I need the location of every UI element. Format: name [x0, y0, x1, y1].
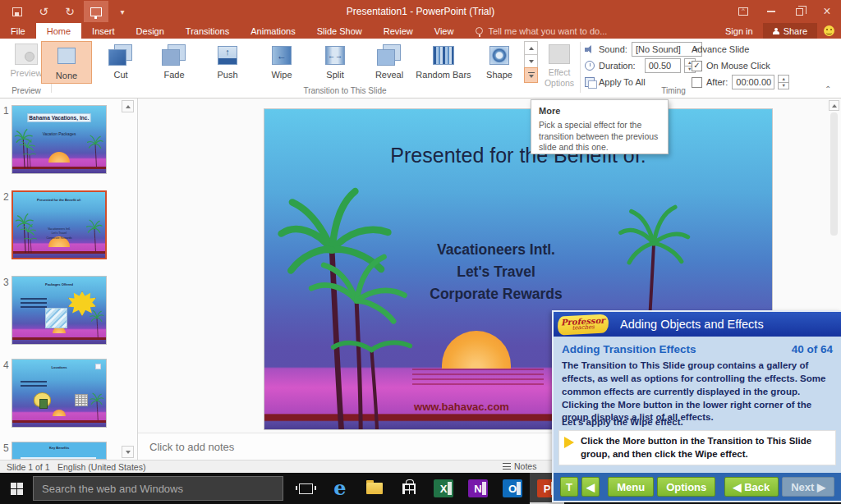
edge-button[interactable]: e — [323, 473, 357, 504]
sound-label: Sound: — [599, 44, 627, 54]
restore-button[interactable] — [785, 0, 813, 23]
start-button[interactable] — [0, 473, 33, 504]
notes-lines-icon — [503, 463, 511, 470]
more-triangle-icon — [529, 75, 534, 78]
after-time-input[interactable]: 00:00.00 — [732, 75, 774, 89]
next-button[interactable]: Next ▶ — [782, 477, 834, 497]
scroll-up-button[interactable] — [829, 100, 839, 111]
collapse-ribbon-button[interactable]: ⌃ — [825, 85, 831, 94]
sound-row: Sound: [No Sound]▾ — [585, 42, 702, 57]
store-bag-icon — [402, 483, 416, 494]
tutorial-lead-line: Let's apply the Wipe effect. — [562, 417, 683, 427]
scroll-down-button[interactable] — [122, 446, 134, 458]
thumbnail-slide-2[interactable]: Presented for the Benefit of: Vacationee… — [11, 190, 107, 259]
preview-icon — [15, 44, 38, 65]
tab-home[interactable]: Home — [36, 23, 81, 39]
tab-animations[interactable]: Animations — [240, 23, 306, 39]
effect-options-button[interactable]: Effect Options — [540, 42, 578, 93]
tab-insert[interactable]: Insert — [81, 23, 126, 39]
transition-wipe[interactable]: ← Wipe — [256, 41, 307, 84]
palm-tree-graphic — [84, 215, 105, 251]
back-button[interactable]: ◀ Back — [724, 477, 779, 497]
tab-file[interactable]: File — [0, 23, 36, 39]
thumbnail-slide-5[interactable]: Key Benefits — [11, 442, 107, 460]
windows-logo-icon — [11, 483, 23, 495]
gallery-scroll-down-button[interactable] — [524, 54, 538, 68]
transition-shape[interactable]: Shape — [474, 41, 525, 84]
tab-slide-show[interactable]: Slide Show — [306, 23, 373, 39]
gallery-scroll-up-button[interactable] — [524, 41, 538, 55]
thumb1-title: Bahama Vacations, Inc. — [28, 113, 91, 122]
onenote-button[interactable]: N — [461, 473, 495, 504]
gallery-scroll-controls — [524, 42, 538, 83]
outlook-button[interactable]: O — [495, 473, 530, 504]
thumb5-title: Key Benefits — [49, 446, 69, 450]
audio-replay-button[interactable]: ◀ — [581, 477, 600, 497]
tab-review[interactable]: Review — [373, 23, 424, 39]
window-controls: × — [729, 0, 841, 23]
thumbnail-slide-3[interactable]: Packages Offered — [11, 276, 107, 345]
excel-button[interactable]: X — [426, 473, 461, 504]
tab-view[interactable]: View — [424, 23, 465, 39]
onenote-icon: N — [468, 479, 488, 497]
minimize-button[interactable] — [757, 0, 785, 23]
file-explorer-button[interactable] — [357, 473, 392, 504]
share-button[interactable]: Share — [763, 23, 817, 39]
excel-icon: X — [434, 479, 453, 497]
transition-split-icon: ←→ — [321, 44, 349, 68]
ribbon-display-options-button[interactable] — [729, 0, 757, 23]
transition-reveal[interactable]: Reveal — [364, 41, 415, 84]
scroll-up-button[interactable] — [122, 100, 134, 112]
group-label-transition: Transition to This Slide — [214, 86, 476, 95]
transition-push[interactable]: ↑ Push — [202, 41, 253, 84]
bullet-lines — [21, 381, 47, 389]
store-button[interactable] — [392, 473, 426, 504]
slide-vertical-scrollbar[interactable] — [829, 100, 840, 310]
bullet-lines — [21, 298, 47, 310]
slide-body-textbox[interactable]: Vacationeers Intl. Let's Travel Corporat… — [315, 239, 677, 305]
tell-me-box[interactable]: Tell me what you want to do... — [464, 23, 607, 39]
on-mouse-click-checkbox[interactable]: ✓ On Mouse Click — [692, 58, 770, 73]
tab-transitions[interactable]: Transitions — [175, 23, 240, 39]
thumbnail-slide-1[interactable]: Bahama Vacations, Inc. Vacation Packages — [11, 105, 107, 174]
duration-input[interactable]: 00.50 — [645, 58, 681, 73]
tooltip-title: More — [539, 106, 660, 116]
powerpoint-window: ↺ ↻ ▾ Presentation1 - PowerPoint (Trial)… — [0, 0, 841, 504]
tutorial-button-bar: T ◀ Menu Options ◀ Back Next ▶ — [554, 473, 841, 501]
transition-shape-icon — [485, 44, 513, 68]
text-mode-button[interactable]: T — [560, 477, 578, 497]
gallery-more-button[interactable] — [524, 67, 538, 83]
triangle-down-icon — [529, 60, 534, 63]
slide-body-line: Let's Travel — [315, 261, 677, 283]
language-indicator[interactable]: English (United States) — [57, 462, 145, 472]
transition-none[interactable]: None — [41, 41, 92, 84]
person-icon — [773, 28, 779, 34]
thumbnail-scrollbar[interactable] — [122, 100, 135, 458]
clock-icon — [585, 61, 595, 71]
task-view-button[interactable] — [288, 473, 323, 504]
transition-cut[interactable]: Cut — [95, 41, 146, 84]
thumbnail-slide-4[interactable]: Locations — [11, 359, 107, 428]
transition-random-bars[interactable]: Random Bars — [415, 41, 472, 84]
tab-design[interactable]: Design — [126, 23, 175, 39]
transition-split[interactable]: ←→ Split — [310, 41, 361, 84]
notes-toggle-button[interactable]: Notes — [503, 461, 536, 471]
options-button[interactable]: Options — [657, 477, 715, 497]
thumb2-body: Vacationeers Intl. Let's Travel Corporat… — [46, 227, 71, 241]
tooltip-body: Pick a special effect for the transition… — [539, 120, 660, 153]
slide-title-textbox[interactable]: Presented for the Benefit of: — [264, 144, 772, 167]
thumb3-title: Packages Offered — [45, 282, 73, 286]
sign-in-button[interactable]: Sign in — [715, 23, 763, 39]
transition-cut-icon — [107, 44, 135, 68]
tutorial-course-title: Adding Objects and Effects — [620, 318, 764, 331]
menu-button[interactable]: Menu — [608, 477, 654, 497]
after-spinner[interactable]: ▲▼ — [779, 75, 789, 89]
feedback-smiley-icon[interactable] — [824, 25, 834, 36]
yellow-arrow-icon — [564, 437, 574, 448]
taskbar-search-input[interactable] — [33, 476, 283, 501]
scrollbar-track[interactable] — [830, 112, 838, 236]
edge-icon: e — [333, 479, 346, 498]
transition-none-icon — [53, 44, 80, 69]
close-button[interactable]: × — [813, 0, 841, 23]
transition-fade[interactable]: Fade — [149, 41, 200, 84]
